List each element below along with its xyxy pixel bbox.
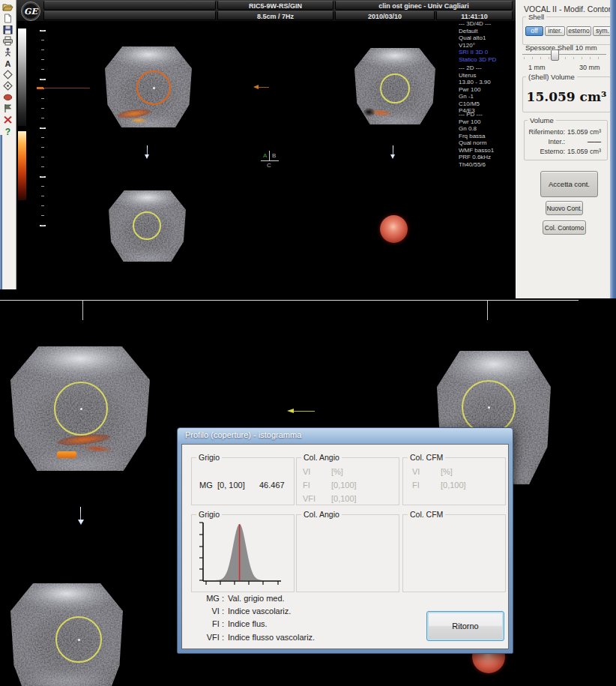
header-empty-cell-2 [43, 11, 216, 20]
grigio-histogram-group: Grigio [191, 514, 295, 592]
angio-histogram-group: Col. Angio [296, 514, 399, 592]
new-contour-button[interactable]: Nuovo Cont. [546, 201, 583, 215]
shell-thickness-label: Spessore Shell 10 mm [525, 43, 597, 52]
grigio-values-group: Grigio MG [0, 100] 46.467 [191, 457, 295, 505]
overlay-3d4d-params: --- 3D/4D --- Default Qual alto1 V120° S… [459, 20, 516, 63]
angio-values-group: Col. Angio VI [%] FI [0,100] VFI [0,100] [296, 457, 399, 505]
cut-icon[interactable] [2, 115, 13, 124]
screen-divider-line [0, 300, 579, 301]
shell-volume-label: (Shell) Volume [526, 73, 577, 81]
shell-thickness-slider-handle[interactable] [551, 49, 559, 61]
volume-row-name: Riferimento: [525, 128, 565, 136]
toolbar-scrollbar[interactable] [0, 135, 2, 289]
overlay-pd-params: --- PD --- Pwr 100 Gn 0.8 Frq bassa Qual… [459, 111, 516, 168]
angio-group-label: Col. Angio [301, 453, 342, 462]
legend-fi: FI :Indice flus. [182, 619, 268, 628]
us-plane-c[interactable] [109, 190, 186, 262]
ge-logo: GE [21, 1, 40, 21]
slider-ticks [524, 57, 605, 59]
legend-mg: MG :Val. grigio med. [182, 594, 285, 603]
dialog-title-bar[interactable]: Profilo (coperture) - istogramma [185, 430, 301, 439]
doppler-signal [130, 118, 147, 123]
header-bar: GE RIC5-9W-RS/GIN clin ost ginec - Univ … [16, 0, 516, 21]
patient-icon[interactable] [2, 47, 13, 57]
shell-thickness-slider-track[interactable] [522, 54, 606, 55]
slider-min-label: 1 mm [528, 64, 546, 71]
doppler-signal [57, 451, 76, 458]
vi-range: [%] [441, 467, 453, 476]
shell-inter-button[interactable]: inter. [545, 26, 565, 36]
vocal-panel: VOCAL II - Modif. Contor. Shell off inte… [516, 0, 616, 298]
svg-text:?: ? [5, 127, 10, 136]
us-plane-a-large[interactable] [10, 346, 150, 471]
measure-ellipse-icon[interactable] [2, 81, 13, 91]
folder-open-icon[interactable] [2, 2, 13, 12]
us-plane-b[interactable] [354, 48, 435, 124]
contour-color-button[interactable]: Col. Contorno [543, 220, 586, 235]
us-plane-a[interactable] [105, 46, 192, 127]
exam-date: 2010/03/10 [335, 11, 435, 20]
plane-b-marker-arrow [390, 145, 396, 159]
shadow-region [363, 108, 375, 116]
vfi-name: VFI [303, 494, 315, 503]
grayscale-colorbar [18, 28, 26, 126]
volume-row-value: 15.059 cm³ [565, 148, 601, 155]
fi-name: FI [412, 481, 420, 490]
vi-range: [%] [331, 467, 343, 476]
shell-esterno-button[interactable]: esterno [567, 26, 591, 36]
new-file-icon[interactable] [2, 13, 13, 23]
ge-logo-text: GE [24, 7, 37, 16]
ultrasound-screen: GE RIC5-9W-RS/GIN clin ost ginec - Univ … [0, 0, 616, 686]
fi-name: FI [303, 481, 310, 490]
fi-range: [0,100] [331, 481, 357, 490]
axis-c-label: C [267, 162, 271, 169]
us-plane-c-large[interactable] [10, 583, 123, 686]
text-annotation-icon[interactable]: A [2, 58, 13, 68]
volume-group-label: Volume [528, 116, 556, 124]
save-icon[interactable] [2, 25, 13, 34]
vi-name: VI [303, 467, 310, 476]
pointer-flag-icon[interactable] [2, 103, 13, 113]
plane-a-marker-arrow [145, 145, 150, 159]
probe-name: RIC5-9W-RS/GIN [217, 1, 333, 10]
depth-ruler-minor [41, 30, 44, 229]
header-empty-cell-1 [43, 1, 216, 10]
legend-vfi: VFI :Indice flusso vascolariz. [182, 633, 315, 642]
return-button[interactable]: Ritorno [426, 611, 504, 641]
delete-measure-icon[interactable] [2, 92, 13, 102]
divider-tick [487, 301, 488, 320]
measure-point-icon[interactable] [2, 70, 13, 79]
panel-scrollbar[interactable] [610, 0, 616, 298]
institution-name: clin ost ginec - Univ Cagliari [335, 1, 513, 10]
depth-frequency: 8.5cm / 7Hz [217, 11, 333, 20]
vi-name: VI [412, 467, 420, 476]
shell-group-label: Shell [526, 13, 546, 21]
volume-row-name: Inter.: [525, 138, 565, 145]
accept-contour-button[interactable]: Accetta cont. [540, 171, 598, 197]
vocal-contour-b[interactable] [380, 73, 410, 103]
help-icon[interactable]: ? [2, 126, 13, 136]
cfm-hist-label: Col. CFM [408, 510, 445, 519]
cfm-histogram-group: Col. CFM [402, 514, 506, 592]
fi-range: [0,100] [441, 481, 466, 490]
volume-row-value: —— [565, 138, 601, 145]
axis-orientation-marker: A B C [261, 151, 280, 169]
volume-group: Volume Riferimento:15.059 cm³ Inter.:—— … [524, 120, 608, 160]
grigio-hist-label: Grigio [196, 510, 222, 519]
histogram-dialog: Profilo (coperture) - istogramma Grigio … [177, 427, 513, 654]
vfi-range: [0,100] [331, 494, 357, 503]
cursor-arrow-small [253, 85, 270, 91]
shell-off-button[interactable]: off [525, 26, 543, 36]
cfm-group-label: Col. CFM [408, 453, 445, 462]
focus-marker[interactable] [37, 87, 43, 89]
contour-center-dot [153, 87, 155, 89]
grigio-group-label: Grigio [196, 453, 222, 462]
contour-center-dot [80, 408, 82, 410]
left-toolbar: A ? [0, 0, 16, 289]
divider-tick [82, 301, 83, 320]
vocal-contour-c[interactable] [133, 211, 161, 240]
print-icon[interactable] [2, 36, 13, 46]
shell-volume-group: (Shell) Volume 15.059 cm³ [522, 76, 611, 112]
plane-marker-arrow-large [78, 507, 83, 525]
grigio-histogram-chart [196, 520, 290, 587]
